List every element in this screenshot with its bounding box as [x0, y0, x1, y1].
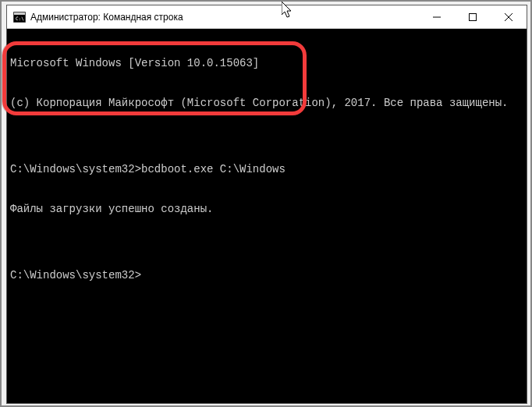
svg-rect-1 [14, 12, 25, 15]
terminal-line: Microsoft Windows [Version 10.0.15063] [10, 57, 523, 70]
terminal-line: Файлы загрузки успешно созданы. [10, 203, 523, 216]
svg-rect-4 [470, 13, 477, 20]
terminal-line: (c) Корпорация Майкрософт (Microsoft Cor… [10, 97, 523, 110]
close-button[interactable] [491, 5, 527, 28]
window-title: Администратор: Командная строка [30, 12, 419, 23]
terminal-line: C:\Windows\system32>bcdboot.exe C:\Windo… [10, 163, 523, 176]
cmd-window: C:\ Администратор: Командная строка Micr… [6, 5, 527, 404]
window-controls [419, 5, 527, 28]
terminal-output[interactable]: Microsoft Windows [Version 10.0.15063] (… [7, 29, 527, 403]
svg-text:C:\: C:\ [16, 16, 24, 21]
cmd-icon: C:\ [13, 12, 26, 23]
maximize-button[interactable] [455, 5, 491, 28]
minimize-button[interactable] [419, 5, 455, 28]
title-bar[interactable]: C:\ Администратор: Командная строка [7, 5, 527, 29]
terminal-prompt: C:\Windows\system32> [10, 269, 523, 282]
